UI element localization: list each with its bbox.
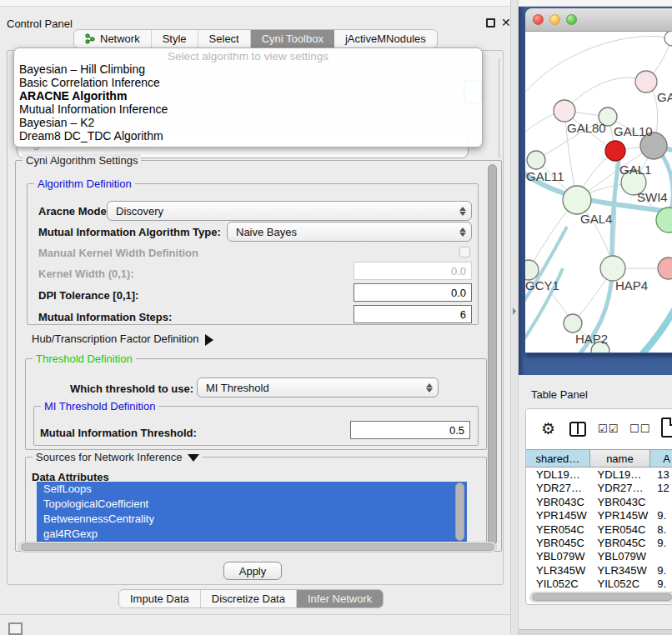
data-attribute-item[interactable]: TopologicalCoefficient — [37, 497, 467, 512]
tab-discretize-data[interactable]: Discretize Data — [201, 590, 297, 608]
dropdown-items: Bayesian – Hill ClimbingBasic Correlatio… — [14, 62, 482, 142]
data-attribute-item[interactable]: BetweennessCentrality — [37, 512, 467, 527]
table-cell: 13 — [650, 468, 672, 482]
tab-impute-data[interactable]: Impute Data — [119, 590, 201, 608]
data-attribute-item[interactable]: SelfLoops — [37, 482, 467, 497]
node-label: GAL4 — [580, 212, 612, 226]
table-row[interactable]: YPR145WYPR145W9. — [526, 509, 672, 522]
close-traffic-light-icon[interactable] — [533, 14, 544, 25]
table-row[interactable]: YBR043CYBR043C — [526, 496, 672, 509]
sources-group-title[interactable]: Sources for Network Inference — [33, 451, 203, 463]
tab-select[interactable]: Select — [198, 30, 251, 48]
column-header-partial[interactable]: A — [650, 450, 672, 467]
table-cell: YDR27… — [589, 482, 651, 495]
node-label: GAL — [657, 90, 672, 104]
tab-jactivemnodules[interactable]: jActiveMNodules — [334, 30, 437, 48]
table-cell: YBR043C — [526, 496, 589, 509]
table-panel: ⚙ ☑☑ ☐☐ shared… name A YDL19…YDL19…13YDR… — [525, 408, 672, 605]
group-border-fragment — [499, 58, 499, 158]
table-row[interactable]: YDL19…YDL19…13 — [526, 468, 672, 482]
node-gal4[interactable] — [563, 186, 591, 214]
table-cell: YIL052C — [589, 578, 651, 591]
unchecked-columns-icon[interactable]: ☐☐ — [629, 422, 650, 435]
float-panel-icon[interactable] — [486, 18, 495, 28]
dropdown-item[interactable]: Dream8 DC_TDC Algorithm — [14, 129, 482, 142]
settings-horizontal-scrollbar[interactable] — [18, 542, 497, 552]
mi-type-combo[interactable]: Naive Bayes — [227, 222, 472, 242]
table-cell: 9. — [650, 564, 672, 578]
tab-cyni-toolbox[interactable]: Cyni Toolbox — [251, 30, 334, 48]
attributes-vertical-scrollbar[interactable] — [455, 482, 464, 541]
node-partial-top[interactable] — [664, 32, 672, 46]
which-threshold-combo[interactable]: MI Threshold — [197, 378, 439, 398]
kernel-width-field[interactable]: 0.0 — [354, 262, 472, 280]
dropdown-item[interactable]: Mutual Information Inference — [14, 102, 482, 116]
network-window-titlebar[interactable] — [525, 8, 672, 32]
control-panel-header: Control Panel ✕ — [0, 7, 510, 28]
dropdown-item[interactable]: Basic Correlation Inference — [14, 76, 482, 89]
network-window[interactable]: GAL GAL80 GAL10 GAL1 GAL11 SWI4 GAL4 GCY… — [525, 8, 672, 353]
table-horizontal-scrollbar[interactable] — [529, 592, 672, 602]
hub-definition-toggle[interactable]: Hub/Transcription Factor Definition — [32, 332, 213, 346]
minimized-panel-icon[interactable] — [8, 622, 23, 635]
column-header-name[interactable]: name — [590, 450, 651, 467]
node-gal-partial[interactable] — [635, 71, 657, 92]
checked-columns-icon[interactable]: ☑☑ — [598, 422, 619, 435]
manual-kernel-checkbox[interactable] — [459, 247, 470, 258]
data-attribute-item[interactable]: gal4RGexp — [37, 527, 467, 542]
table-toolbar: ⚙ ☑☑ ☐☐ — [526, 409, 672, 449]
settings-vertical-scrollbar[interactable] — [488, 164, 497, 546]
group-title: Algorithm Definition — [34, 178, 135, 190]
table-row[interactable]: YBL079WYBL079W — [526, 550, 672, 563]
node-gcy1[interactable] — [525, 260, 539, 280]
table-row[interactable]: YIL052CYIL052C9. — [526, 578, 672, 591]
new-table-icon[interactable] — [661, 418, 672, 438]
tab-network[interactable]: Network — [74, 30, 152, 48]
dpi-tolerance-label: DPI Tolerance [0,1]: — [38, 289, 138, 302]
mi-steps-field[interactable]: 6 — [354, 305, 472, 323]
dropdown-item[interactable]: ARACNE Algorithm — [14, 89, 482, 102]
network-labels: GAL GAL80 GAL10 GAL1 GAL11 SWI4 GAL4 GCY… — [525, 90, 672, 346]
table-row[interactable]: YBR045CYBR045C9. — [526, 537, 672, 550]
aracne-mode-combo[interactable]: Discovery — [107, 201, 472, 221]
data-attributes-list[interactable]: SelfLoopsTopologicalCoefficientBetweenne… — [37, 482, 467, 542]
mi-type-label: Mutual Information Algorithm Type: — [38, 226, 221, 238]
node-hap2[interactable] — [564, 314, 582, 332]
gear-icon[interactable]: ⚙ — [541, 419, 555, 438]
dpi-tolerance-field[interactable]: 0.0 — [354, 283, 472, 302]
table-cell: 12 — [650, 482, 672, 495]
which-threshold-label: Which threshold to use: — [70, 382, 193, 395]
mi-threshold-label: Mutual Information Threshold: — [40, 427, 197, 439]
node-y-partial[interactable] — [658, 258, 672, 279]
dropdown-item[interactable]: Bayesian – Hill Climbing — [14, 62, 482, 76]
table-panel-title: Table Panel — [531, 388, 588, 401]
node-gal11[interactable] — [527, 151, 545, 169]
node-selected-red[interactable] — [605, 141, 625, 161]
split-pane-divider[interactable] — [510, 0, 519, 635]
scrollbar-thumb[interactable] — [532, 593, 672, 601]
table-cell: YDR27… — [526, 482, 589, 495]
network-canvas[interactable]: GAL GAL80 GAL10 GAL1 GAL11 SWI4 GAL4 GCY… — [525, 32, 672, 352]
table-row[interactable]: YER054CYER054C8. — [526, 523, 672, 537]
bottom-tabbar: Impute Data Discretize Data Infer Networ… — [118, 589, 384, 608]
close-panel-icon[interactable]: ✕ — [501, 16, 511, 29]
minimize-traffic-light-icon[interactable] — [549, 14, 560, 25]
kernel-width-label: Kernel Width (0,1): — [38, 268, 134, 280]
table-row[interactable]: YDR27…YDR27…12 — [526, 482, 672, 495]
column-view-icon[interactable] — [569, 422, 586, 437]
tab-label: Impute Data — [130, 592, 189, 605]
tab-infer-network[interactable]: Infer Network — [297, 590, 383, 608]
mi-steps-label: Mutual Information Steps: — [38, 311, 172, 323]
tab-style[interactable]: Style — [152, 30, 198, 48]
dropdown-item[interactable]: Bayesian – K2 — [14, 116, 482, 129]
table-cell — [650, 496, 672, 509]
node-gal80[interactable] — [554, 100, 575, 122]
zoom-traffic-light-icon[interactable] — [566, 14, 577, 25]
node-hap4[interactable] — [600, 256, 625, 281]
table-row[interactable]: YLR345WYLR345W9. — [526, 564, 672, 578]
mi-threshold-field[interactable]: 0.5 — [350, 421, 470, 439]
scrollbar-thumb[interactable] — [21, 543, 494, 551]
group-title: Threshold Definition — [33, 352, 136, 365]
column-header-shared-name[interactable]: shared… — [526, 450, 590, 467]
apply-button[interactable]: Apply — [223, 562, 282, 580]
